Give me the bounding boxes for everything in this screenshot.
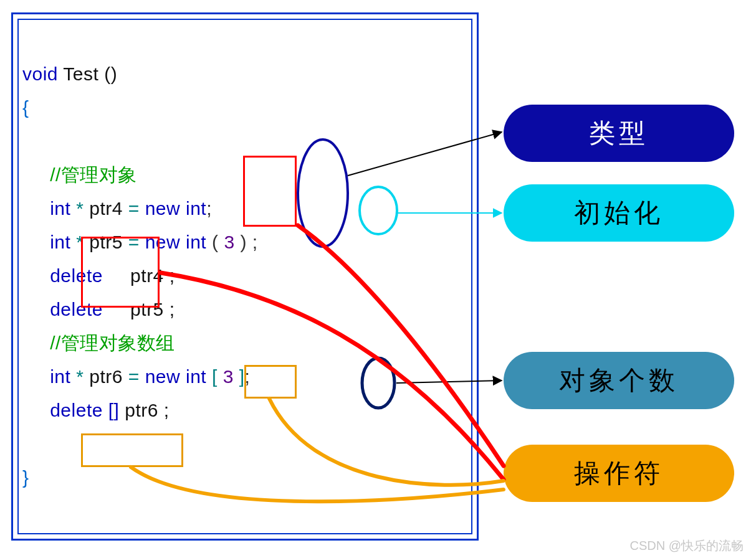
l4-id: ptr4: [89, 198, 123, 219]
l5-semi: ;: [247, 232, 258, 252]
pill-init-text: 初始化: [574, 196, 664, 230]
l9-rb: ]: [239, 366, 245, 387]
pill-count-text: 对象个数: [559, 363, 679, 398]
pill-type-text: 类型: [589, 116, 649, 151]
l4-new: new: [145, 198, 181, 219]
l10-delete: delete []: [50, 400, 119, 420]
pill-operator-text: 操作符: [574, 456, 664, 491]
diagram-canvas: void Test () { //管理对象 int * ptr4 = new i…: [0, 0, 756, 558]
l7-id: ptr5 ;: [103, 299, 175, 319]
l5-lp: (: [212, 232, 219, 252]
l9-new: new: [145, 366, 181, 387]
l9-num: 3: [218, 366, 239, 387]
l5-rp: ): [240, 232, 247, 252]
l7-delete: delete: [50, 299, 103, 319]
l5-eq: =: [123, 232, 145, 252]
brace-close: }: [22, 467, 29, 488]
l9-id: ptr6: [89, 366, 123, 387]
l9-semi: ;: [245, 366, 251, 387]
pill-init: 初始化: [504, 184, 734, 242]
l5-new: new: [145, 232, 181, 252]
l5-star: *: [70, 232, 89, 252]
l6-delete: delete: [50, 265, 103, 286]
l9-lb: [: [212, 366, 218, 387]
l5-num: 3: [219, 232, 241, 252]
l5-int2: int: [180, 232, 212, 252]
kw-void: void: [22, 64, 58, 84]
l6-id: ptr4 ;: [103, 265, 175, 286]
l5-id: ptr5: [89, 232, 123, 252]
l4-star: *: [70, 198, 89, 219]
l4-semi: ;: [206, 198, 212, 219]
l5-int1: int: [50, 232, 70, 252]
l4-int1: int: [50, 198, 70, 219]
pill-operator: 操作符: [504, 445, 734, 502]
code-block: void Test () { //管理对象 int * ptr4 = new i…: [22, 24, 258, 528]
l9-eq: =: [123, 366, 145, 387]
fn-name: Test (): [58, 64, 117, 84]
l9-int1: int: [50, 366, 70, 387]
brace-open: {: [22, 97, 29, 118]
pill-count: 对象个数: [504, 352, 734, 409]
pill-type: 类型: [504, 105, 734, 162]
l4-int2: int: [180, 198, 206, 219]
l10-id: ptr6 ;: [119, 400, 169, 420]
comment-2: //管理对象数组: [50, 333, 175, 353]
l9-star: *: [70, 366, 89, 387]
watermark: CSDN @快乐的流畅: [629, 537, 744, 554]
comment-1: //管理对象: [50, 164, 137, 185]
l9-int2: int: [180, 366, 212, 387]
l4-eq: =: [123, 198, 145, 219]
